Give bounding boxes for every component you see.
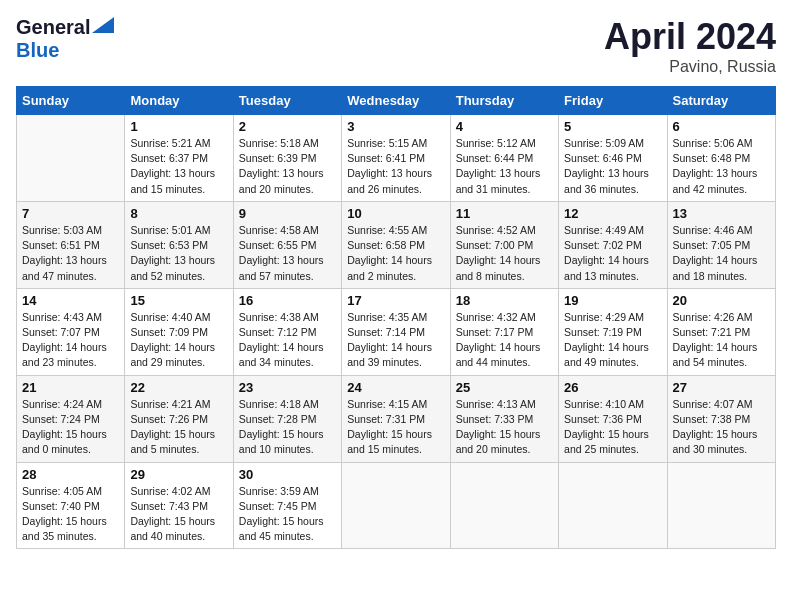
day-info: Sunrise: 4:15 AMSunset: 7:31 PMDaylight:… (347, 397, 444, 458)
day-info: Sunrise: 4:43 AMSunset: 7:07 PMDaylight:… (22, 310, 119, 371)
day-number: 24 (347, 380, 444, 395)
calendar-cell: 10Sunrise: 4:55 AMSunset: 6:58 PMDayligh… (342, 201, 450, 288)
day-info: Sunrise: 4:07 AMSunset: 7:38 PMDaylight:… (673, 397, 770, 458)
week-row-3: 14Sunrise: 4:43 AMSunset: 7:07 PMDayligh… (17, 288, 776, 375)
day-header-friday: Friday (559, 87, 667, 115)
week-row-4: 21Sunrise: 4:24 AMSunset: 7:24 PMDayligh… (17, 375, 776, 462)
calendar-cell: 8Sunrise: 5:01 AMSunset: 6:53 PMDaylight… (125, 201, 233, 288)
day-info: Sunrise: 4:38 AMSunset: 7:12 PMDaylight:… (239, 310, 336, 371)
calendar-cell: 21Sunrise: 4:24 AMSunset: 7:24 PMDayligh… (17, 375, 125, 462)
day-info: Sunrise: 4:18 AMSunset: 7:28 PMDaylight:… (239, 397, 336, 458)
week-row-5: 28Sunrise: 4:05 AMSunset: 7:40 PMDayligh… (17, 462, 776, 549)
day-number: 14 (22, 293, 119, 308)
calendar-cell: 6Sunrise: 5:06 AMSunset: 6:48 PMDaylight… (667, 115, 775, 202)
calendar-cell: 18Sunrise: 4:32 AMSunset: 7:17 PMDayligh… (450, 288, 558, 375)
calendar-cell (17, 115, 125, 202)
day-number: 22 (130, 380, 227, 395)
day-number: 15 (130, 293, 227, 308)
day-number: 28 (22, 467, 119, 482)
day-number: 26 (564, 380, 661, 395)
day-number: 3 (347, 119, 444, 134)
calendar-cell (450, 462, 558, 549)
calendar-cell: 2Sunrise: 5:18 AMSunset: 6:39 PMDaylight… (233, 115, 341, 202)
day-number: 2 (239, 119, 336, 134)
day-number: 29 (130, 467, 227, 482)
day-info: Sunrise: 4:58 AMSunset: 6:55 PMDaylight:… (239, 223, 336, 284)
day-number: 8 (130, 206, 227, 221)
day-header-saturday: Saturday (667, 87, 775, 115)
day-info: Sunrise: 4:49 AMSunset: 7:02 PMDaylight:… (564, 223, 661, 284)
calendar-body: 1Sunrise: 5:21 AMSunset: 6:37 PMDaylight… (17, 115, 776, 549)
day-number: 4 (456, 119, 553, 134)
day-header-tuesday: Tuesday (233, 87, 341, 115)
day-info: Sunrise: 5:03 AMSunset: 6:51 PMDaylight:… (22, 223, 119, 284)
calendar-cell: 15Sunrise: 4:40 AMSunset: 7:09 PMDayligh… (125, 288, 233, 375)
day-header-sunday: Sunday (17, 87, 125, 115)
logo: General Blue (16, 16, 114, 62)
calendar-cell: 13Sunrise: 4:46 AMSunset: 7:05 PMDayligh… (667, 201, 775, 288)
calendar-cell: 3Sunrise: 5:15 AMSunset: 6:41 PMDaylight… (342, 115, 450, 202)
calendar-cell: 30Sunrise: 3:59 AMSunset: 7:45 PMDayligh… (233, 462, 341, 549)
calendar-cell: 1Sunrise: 5:21 AMSunset: 6:37 PMDaylight… (125, 115, 233, 202)
calendar-cell: 16Sunrise: 4:38 AMSunset: 7:12 PMDayligh… (233, 288, 341, 375)
calendar-cell: 20Sunrise: 4:26 AMSunset: 7:21 PMDayligh… (667, 288, 775, 375)
calendar-cell: 9Sunrise: 4:58 AMSunset: 6:55 PMDaylight… (233, 201, 341, 288)
calendar-table: SundayMondayTuesdayWednesdayThursdayFrid… (16, 86, 776, 549)
day-info: Sunrise: 4:26 AMSunset: 7:21 PMDaylight:… (673, 310, 770, 371)
calendar-cell: 12Sunrise: 4:49 AMSunset: 7:02 PMDayligh… (559, 201, 667, 288)
day-info: Sunrise: 4:24 AMSunset: 7:24 PMDaylight:… (22, 397, 119, 458)
logo-general-text: General (16, 16, 90, 39)
day-info: Sunrise: 5:01 AMSunset: 6:53 PMDaylight:… (130, 223, 227, 284)
logo-blue-text: Blue (16, 39, 59, 61)
day-number: 11 (456, 206, 553, 221)
day-number: 17 (347, 293, 444, 308)
day-number: 7 (22, 206, 119, 221)
logo-icon (92, 17, 114, 33)
calendar-cell: 28Sunrise: 4:05 AMSunset: 7:40 PMDayligh… (17, 462, 125, 549)
day-number: 5 (564, 119, 661, 134)
day-info: Sunrise: 4:35 AMSunset: 7:14 PMDaylight:… (347, 310, 444, 371)
day-info: Sunrise: 4:05 AMSunset: 7:40 PMDaylight:… (22, 484, 119, 545)
day-info: Sunrise: 5:18 AMSunset: 6:39 PMDaylight:… (239, 136, 336, 197)
calendar-title: April 2024 (604, 16, 776, 58)
calendar-subtitle: Pavino, Russia (604, 58, 776, 76)
day-info: Sunrise: 3:59 AMSunset: 7:45 PMDaylight:… (239, 484, 336, 545)
day-info: Sunrise: 4:02 AMSunset: 7:43 PMDaylight:… (130, 484, 227, 545)
calendar-cell: 11Sunrise: 4:52 AMSunset: 7:00 PMDayligh… (450, 201, 558, 288)
day-number: 13 (673, 206, 770, 221)
title-block: April 2024 Pavino, Russia (604, 16, 776, 76)
day-info: Sunrise: 4:32 AMSunset: 7:17 PMDaylight:… (456, 310, 553, 371)
calendar-cell (559, 462, 667, 549)
day-number: 18 (456, 293, 553, 308)
day-header-monday: Monday (125, 87, 233, 115)
calendar-cell: 26Sunrise: 4:10 AMSunset: 7:36 PMDayligh… (559, 375, 667, 462)
day-info: Sunrise: 4:55 AMSunset: 6:58 PMDaylight:… (347, 223, 444, 284)
day-info: Sunrise: 4:10 AMSunset: 7:36 PMDaylight:… (564, 397, 661, 458)
page-header: General Blue April 2024 Pavino, Russia (16, 16, 776, 76)
day-info: Sunrise: 5:15 AMSunset: 6:41 PMDaylight:… (347, 136, 444, 197)
day-number: 10 (347, 206, 444, 221)
day-info: Sunrise: 4:40 AMSunset: 7:09 PMDaylight:… (130, 310, 227, 371)
day-number: 20 (673, 293, 770, 308)
day-number: 9 (239, 206, 336, 221)
calendar-cell: 4Sunrise: 5:12 AMSunset: 6:44 PMDaylight… (450, 115, 558, 202)
day-info: Sunrise: 4:46 AMSunset: 7:05 PMDaylight:… (673, 223, 770, 284)
day-number: 19 (564, 293, 661, 308)
day-info: Sunrise: 5:21 AMSunset: 6:37 PMDaylight:… (130, 136, 227, 197)
day-info: Sunrise: 5:09 AMSunset: 6:46 PMDaylight:… (564, 136, 661, 197)
day-number: 23 (239, 380, 336, 395)
day-info: Sunrise: 5:06 AMSunset: 6:48 PMDaylight:… (673, 136, 770, 197)
day-info: Sunrise: 4:29 AMSunset: 7:19 PMDaylight:… (564, 310, 661, 371)
calendar-cell: 14Sunrise: 4:43 AMSunset: 7:07 PMDayligh… (17, 288, 125, 375)
day-number: 30 (239, 467, 336, 482)
day-number: 16 (239, 293, 336, 308)
calendar-cell: 25Sunrise: 4:13 AMSunset: 7:33 PMDayligh… (450, 375, 558, 462)
day-info: Sunrise: 4:13 AMSunset: 7:33 PMDaylight:… (456, 397, 553, 458)
header-row: SundayMondayTuesdayWednesdayThursdayFrid… (17, 87, 776, 115)
day-number: 27 (673, 380, 770, 395)
calendar-cell (342, 462, 450, 549)
day-number: 6 (673, 119, 770, 134)
calendar-cell: 7Sunrise: 5:03 AMSunset: 6:51 PMDaylight… (17, 201, 125, 288)
day-header-wednesday: Wednesday (342, 87, 450, 115)
week-row-2: 7Sunrise: 5:03 AMSunset: 6:51 PMDaylight… (17, 201, 776, 288)
